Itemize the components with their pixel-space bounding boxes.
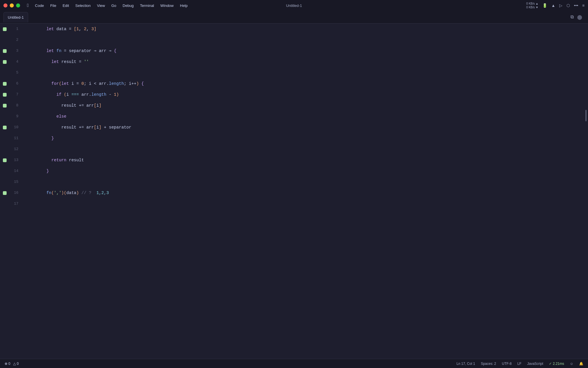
split-editor-icon[interactable]: ⧉ — [570, 14, 574, 20]
menu-selection[interactable]: Selection — [72, 3, 93, 8]
line-number-11: 11 — [9, 133, 24, 144]
editor-controls: ⧉ ⬤ — [570, 14, 585, 20]
line-number-16: 16 — [9, 187, 24, 198]
line-indicator-7 — [0, 93, 9, 97]
error-icon: ⊗ — [5, 362, 7, 366]
line-indicator-10 — [0, 126, 9, 129]
line-number-12: 12 — [9, 144, 24, 155]
dot-icon[interactable]: ⬤ — [577, 14, 582, 20]
smiley-icon[interactable]: ☺ — [570, 362, 573, 366]
window-title: Untitled-1 — [286, 3, 302, 8]
line-number-17: 17 — [9, 198, 24, 209]
line-number-13: 13 — [9, 155, 24, 166]
line-number-7: 7 — [9, 89, 24, 100]
line-number-5: 5 — [9, 67, 24, 78]
extension-icon: ⬡ — [566, 3, 570, 8]
line-number-4: 4 — [9, 56, 24, 67]
menu-window[interactable]: Window — [158, 3, 177, 8]
network-speed: 0 KB/s ▲ 0 KB/s ▼ — [526, 2, 538, 9]
cursor-position[interactable]: Ln 17, Col 1 — [457, 362, 475, 366]
wifi-icon: ▲ — [551, 3, 555, 8]
line-indicator-8 — [0, 104, 9, 108]
line-number-15: 15 — [9, 177, 24, 187]
encoding[interactable]: UTF-8 — [502, 362, 512, 366]
notification-icon[interactable]: 🔔 — [579, 362, 583, 366]
close-button[interactable] — [3, 3, 7, 7]
line-indicator-16 — [0, 191, 9, 195]
line-indicator-3 — [0, 49, 9, 53]
minimize-button[interactable] — [10, 3, 14, 7]
line-number-2: 2 — [9, 34, 24, 45]
tab-untitled-1[interactable]: Untitled-1 — [3, 12, 28, 22]
tab-label: Untitled-1 — [8, 15, 24, 20]
line-number-1: 1 — [9, 24, 24, 34]
menu-code[interactable]: Code — [32, 3, 47, 8]
titlebar-right: 0 KB/s ▲ 0 KB/s ▼ 🔋 ▲ ▷ ⬡ ••• ≡ — [526, 2, 585, 9]
line-indicator-4 — [0, 60, 9, 64]
line-indicator-13 — [0, 158, 9, 162]
titlebar-left:  Code File Edit Selection View Go Debug… — [3, 2, 191, 9]
indentation[interactable]: Spaces: 2 — [481, 362, 496, 366]
timing-status[interactable]: ✓ 2.21ms — [549, 362, 564, 366]
battery-icon: 🔋 — [542, 3, 547, 8]
code-line-1: 1 let data = [1, 2, 3] — [0, 24, 584, 34]
language-mode[interactable]: JavaScript — [527, 362, 543, 366]
line-number-8: 8 — [9, 100, 24, 111]
warning-number: 0 — [17, 362, 19, 366]
menu-edit[interactable]: Edit — [60, 3, 72, 8]
cast-icon: ▷ — [559, 3, 562, 8]
editor-container: 1 let data = [1, 2, 3] 2 3 let fn = sepa… — [0, 24, 588, 359]
menu-view[interactable]: View — [94, 3, 108, 8]
menu-go[interactable]: Go — [109, 3, 119, 8]
line-indicator-1 — [0, 27, 9, 31]
line-code-16: fn(',')(data) // ? 1,2,3 — [24, 177, 584, 209]
menu-bar:  Code File Edit Selection View Go Debug… — [24, 2, 191, 9]
menu-file[interactable]: File — [47, 3, 59, 8]
tabbar: Untitled-1 ⧉ ⬤ — [0, 11, 588, 24]
maximize-button[interactable] — [16, 3, 20, 7]
code-line-16: 16 fn(',')(data) // ? 1,2,3 — [0, 187, 584, 198]
warning-icon: △ — [13, 362, 16, 366]
line-number-10: 10 — [9, 122, 24, 133]
error-count[interactable]: ⊗ 0 △ 0 — [5, 362, 19, 366]
code-line-4: 4 let result = '' — [0, 56, 584, 67]
error-number: 0 — [8, 362, 10, 366]
scrollbar[interactable] — [584, 24, 588, 359]
titlebar:  Code File Edit Selection View Go Debug… — [0, 0, 588, 11]
code-editor[interactable]: 1 let data = [1, 2, 3] 2 3 let fn = sepa… — [0, 24, 584, 359]
apple-menu[interactable]:  — [24, 2, 32, 9]
menu-help[interactable]: Help — [177, 3, 191, 8]
line-number-9: 9 — [9, 111, 24, 122]
code-line-11: 11 } — [0, 133, 584, 144]
line-indicator-6 — [0, 82, 9, 86]
menu-debug[interactable]: Debug — [120, 3, 136, 8]
traffic-lights — [3, 3, 20, 7]
statusbar: ⊗ 0 △ 0 Ln 17, Col 1 Spaces: 2 UTF-8 LF … — [0, 359, 588, 368]
line-number-3: 3 — [9, 45, 24, 56]
statusbar-right: Ln 17, Col 1 Spaces: 2 UTF-8 LF JavaScri… — [457, 362, 583, 366]
menu-terminal[interactable]: Terminal — [137, 3, 157, 8]
code-line-14: 14 } — [0, 166, 584, 177]
eol[interactable]: LF — [517, 362, 521, 366]
more-icon[interactable]: ••• — [574, 3, 578, 8]
line-number-14: 14 — [9, 166, 24, 177]
list-icon[interactable]: ≡ — [582, 3, 585, 8]
line-number-6: 6 — [9, 78, 24, 89]
scrollbar-thumb[interactable] — [585, 110, 587, 121]
statusbar-left: ⊗ 0 △ 0 — [5, 362, 19, 366]
